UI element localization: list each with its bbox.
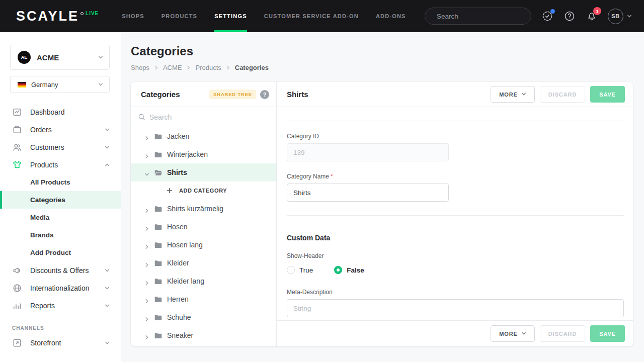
sidebar-subitem-brands[interactable]: Brands	[0, 226, 121, 244]
tree-item-hosen-lang[interactable]: Hosen lang	[131, 236, 276, 254]
sidebar-item-label: Customers	[30, 143, 64, 151]
category-id-field	[287, 143, 449, 161]
nav-customer-service-add-on[interactable]: CUSTOMER SERVICE ADD-ON	[264, 0, 359, 32]
nav-add-ons[interactable]: ADD-ONS	[376, 0, 406, 32]
sidebar: AE ACME Germany DashboardOrdersCustomers…	[0, 32, 121, 362]
discard-label: DISCARD	[548, 92, 577, 98]
radio-false[interactable]: False	[334, 266, 364, 274]
tree-item-label: Shirts kurzärmelig	[167, 205, 223, 213]
radio-true-circle	[287, 266, 295, 274]
tree-search-input[interactable]	[149, 113, 250, 121]
tree-item-kleider-lang[interactable]: Kleider lang	[131, 272, 276, 290]
sidebar-item-label: Orders	[30, 126, 52, 134]
folder-icon	[154, 241, 163, 249]
breadcrumb-categories: Categories	[235, 64, 269, 71]
save-button[interactable]: SAVE	[590, 86, 625, 103]
sidebar-subitem-all-products[interactable]: All Products	[0, 173, 121, 191]
category-name-label-text: Category Name	[287, 173, 329, 180]
chevron-down-icon	[105, 143, 110, 152]
sidebar-item-reports[interactable]: Reports	[0, 297, 121, 314]
sidebar-item-products[interactable]: Products	[0, 156, 121, 173]
category-tree-panel: Categories SHARED TREE ? JackenWinterjac…	[131, 82, 277, 346]
chevron-down-icon	[98, 80, 103, 89]
topbar: SCAYLE LIVE SHOPSPRODUCTSSETTINGSCUSTOME…	[0, 0, 644, 32]
chevron-right-icon	[226, 64, 230, 71]
tree-item-winterjacken[interactable]: Winterjacken	[131, 145, 276, 163]
tree-help-icon[interactable]: ?	[260, 90, 269, 99]
tree-item-clipped[interactable]	[131, 344, 276, 346]
scayle-logo[interactable]: SCAYLE LIVE	[16, 0, 99, 32]
sidebar-item-internationalization[interactable]: Internationalization	[0, 279, 121, 297]
breadcrumb-acme[interactable]: ACME	[163, 64, 182, 71]
sidebar-item-label: Dashboard	[30, 108, 65, 116]
notification-badge: 1	[593, 7, 601, 15]
sidebar-subitem-categories[interactable]: Categories	[0, 191, 121, 209]
radio-false-circle	[334, 266, 342, 274]
folder-icon	[154, 313, 163, 322]
tree-item-kleider[interactable]: Kleider	[131, 254, 276, 272]
global-search[interactable]	[425, 8, 531, 25]
sidebar-item-dashboard[interactable]: Dashboard	[0, 103, 121, 121]
tree-item-sneaker[interactable]: Sneaker	[131, 326, 276, 344]
topbar-right: 1 SB	[425, 0, 632, 32]
more-button[interactable]: MORE	[491, 86, 535, 103]
page-title: Categories	[131, 44, 633, 58]
tree-item-jacken[interactable]: Jacken	[131, 127, 276, 145]
notifications-bell-icon[interactable]: 1	[586, 10, 598, 22]
discard-button[interactable]: DISCARD	[540, 86, 585, 103]
sidebar-subitem-media[interactable]: Media	[0, 209, 121, 226]
nav-settings[interactable]: SETTINGS	[214, 0, 247, 32]
sidebar-item-orders[interactable]: Orders	[0, 121, 121, 138]
chevron-down-icon	[105, 125, 110, 134]
save-button-footer[interactable]: SAVE	[590, 325, 625, 342]
shop-avatar: AE	[18, 51, 31, 64]
nav-shops[interactable]: SHOPS	[122, 0, 144, 32]
sidebar-menu: DashboardOrdersCustomersProductsAll Prod…	[0, 103, 121, 314]
add-category-label: ADD CATEGORY	[179, 188, 227, 194]
top-navigation: SHOPSPRODUCTSSETTINGSCUSTOMER SERVICE AD…	[122, 0, 406, 32]
chevron-down-icon	[105, 266, 110, 275]
sidebar-subitem-add-product[interactable]: Add Product	[0, 244, 121, 261]
chevron-down-icon	[105, 284, 110, 293]
tree-item-shirts[interactable]: Shirts	[131, 163, 276, 182]
sidebar-item-customers[interactable]: Customers	[0, 138, 121, 156]
sidebar-item-storefront[interactable]: Storefront	[0, 334, 121, 351]
tree-item-herren[interactable]: Herren	[131, 290, 276, 308]
tree-item-label: Shirts	[167, 168, 187, 176]
category-name-label: Category Name *	[287, 173, 624, 180]
tree-item-shirts-kurz-rmelig[interactable]: Shirts kurzärmelig	[131, 200, 276, 218]
breadcrumb-shops[interactable]: Shops	[131, 64, 149, 71]
breadcrumb: ShopsACMEProductsCategories	[131, 64, 633, 71]
reports-icon	[12, 301, 22, 311]
breadcrumb-products[interactable]: Products	[195, 64, 221, 71]
sidebar-item-label: Internationalization	[30, 284, 90, 292]
more-label: MORE	[499, 331, 518, 337]
meta-description-field[interactable]	[287, 299, 624, 317]
tree-item-label: Kleider lang	[167, 277, 204, 285]
discard-button-footer[interactable]: DISCARD	[540, 325, 585, 342]
sidebar-item-discounts-offers[interactable]: Discounts & Offers	[0, 261, 121, 279]
category-name-field[interactable]	[287, 184, 449, 202]
sidebar-channels: Storefront	[0, 334, 121, 351]
help-icon[interactable]	[564, 10, 576, 22]
user-menu[interactable]: SB	[608, 9, 632, 24]
products-icon	[12, 160, 22, 170]
folder-icon	[154, 277, 163, 286]
radio-true[interactable]: True	[287, 266, 313, 274]
global-search-input[interactable]	[437, 13, 512, 20]
nav-products[interactable]: PRODUCTS	[162, 0, 197, 32]
tree-item-hosen[interactable]: Hosen	[131, 218, 276, 236]
shop-selector[interactable]: AE ACME	[10, 45, 110, 70]
chevron-right-icon	[144, 279, 149, 284]
more-button-footer[interactable]: MORE	[491, 325, 535, 342]
country-selector[interactable]: Germany	[10, 76, 110, 93]
folder-icon	[154, 295, 163, 304]
category-id-label: Category ID	[287, 133, 624, 140]
dashboard-icon	[12, 107, 22, 117]
tree-item-label: Herren	[167, 295, 189, 303]
tree-item-schuhe[interactable]: Schuhe	[131, 308, 276, 326]
add-category-button[interactable]: ADD CATEGORY	[131, 182, 276, 200]
system-status-icon[interactable]	[541, 10, 553, 22]
tree-item-label: Hosen	[167, 223, 187, 231]
tree-search[interactable]	[131, 107, 276, 127]
